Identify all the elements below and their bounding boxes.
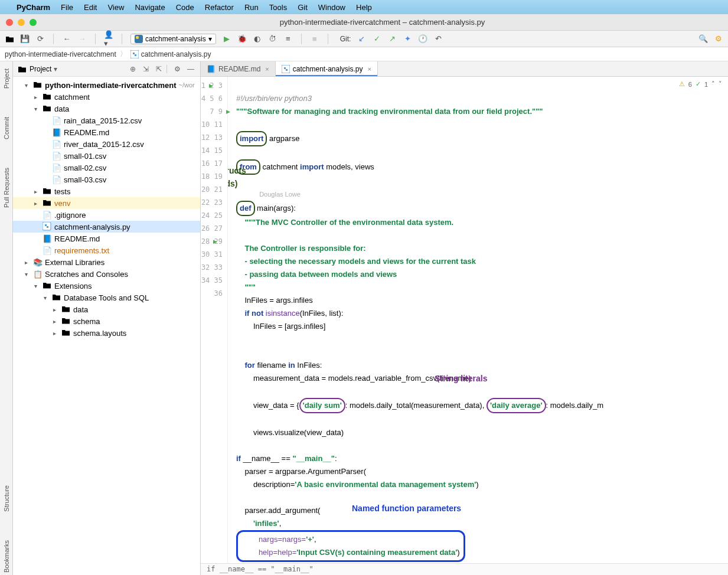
sync-icon[interactable]: ⟳ bbox=[35, 34, 45, 44]
debug-icon[interactable]: 🐞 bbox=[237, 34, 247, 44]
svg-rect-2 bbox=[136, 36, 139, 39]
line-gutter[interactable]: 1▶ 2 3 4 5 6 7 9▶ 10 11 12 13 14 15 16 1… bbox=[201, 77, 228, 563]
commit-tool-tab[interactable]: Commit bbox=[2, 115, 11, 142]
window-title: python-intermediate-rivercatchment – cat… bbox=[37, 18, 728, 27]
bookmarks-tool-tab[interactable]: Bookmarks bbox=[2, 538, 11, 575]
editor-tabs: 📘README.md× catchment-analysis.py× bbox=[201, 61, 728, 77]
git-update-icon[interactable]: ↙ bbox=[357, 34, 366, 44]
tree-external-libs[interactable]: ▸📚External Libraries bbox=[13, 256, 200, 268]
gear-icon[interactable]: ⚙ bbox=[174, 65, 182, 73]
tree-db-schema[interactable]: ▸schema bbox=[13, 315, 200, 327]
editor-area: 📘README.md× catchment-analysis.py× ⚠6 ✓1… bbox=[201, 61, 728, 575]
menu-file[interactable]: File bbox=[61, 3, 73, 12]
menu-git[interactable]: Git bbox=[298, 3, 308, 12]
menu-run[interactable]: Run bbox=[244, 3, 259, 12]
menu-navigate[interactable]: Navigate bbox=[135, 3, 165, 12]
maximize-window-button[interactable] bbox=[30, 19, 37, 26]
breadcrumb-bottom: if __name__ == "__main__" bbox=[201, 563, 728, 575]
menu-help[interactable]: Help bbox=[356, 3, 372, 12]
concurrency-icon[interactable]: ≡ bbox=[283, 34, 293, 44]
tree-file[interactable]: 📘README.md bbox=[13, 126, 200, 138]
code-content[interactable]: #!/usr/bin/env python3 """Software for m… bbox=[228, 77, 728, 563]
breadcrumb-file[interactable]: catchment-analysis.py bbox=[141, 50, 211, 58]
tree-folder-catchment[interactable]: ▸catchment bbox=[13, 91, 200, 103]
code-editor[interactable]: ⚠6 ✓1 ˄˅ 1▶ 2 3 4 5 6 7 9▶ 10 11 12 13 1… bbox=[201, 77, 728, 563]
save-icon[interactable]: 💾 bbox=[20, 34, 30, 44]
tree-folder-data[interactable]: ▾data bbox=[13, 103, 200, 115]
tab-analysis[interactable]: catchment-analysis.py× bbox=[276, 61, 378, 76]
menu-view[interactable]: View bbox=[107, 3, 124, 12]
close-window-button[interactable] bbox=[6, 19, 13, 26]
tree-file[interactable]: 📄river_data_2015-12.csv bbox=[13, 138, 200, 150]
breadcrumb-root[interactable]: python-intermediate-rivercatchment bbox=[5, 50, 116, 58]
tree-file[interactable]: 📄small-02.csv bbox=[13, 162, 200, 174]
tree-db-data[interactable]: ▸data bbox=[13, 303, 200, 315]
stop-icon[interactable]: ■ bbox=[310, 34, 319, 44]
back-icon[interactable]: ← bbox=[62, 34, 71, 44]
menu-code[interactable]: Code bbox=[176, 3, 194, 12]
git-commit-icon[interactable]: ✓ bbox=[372, 34, 381, 44]
close-tab-icon[interactable]: × bbox=[265, 66, 269, 73]
menu-refactor[interactable]: Refactor bbox=[205, 3, 234, 12]
project-icon bbox=[18, 65, 26, 73]
tree-folder-venv[interactable]: ▸venv bbox=[13, 197, 200, 209]
pull-requests-tool-tab[interactable]: Pull Requests bbox=[2, 165, 11, 210]
tree-scratches[interactable]: ▾📋Scratches and Consoles bbox=[13, 268, 200, 280]
tree-file[interactable]: 📄rain_data_2015-12.csv bbox=[13, 115, 200, 126]
tree-file[interactable]: 📄small-03.csv bbox=[13, 174, 200, 185]
app-menu[interactable]: PyCharm bbox=[17, 3, 50, 12]
tree-file-analysis[interactable]: catchment-analysis.py bbox=[13, 221, 200, 233]
chevron-down-icon: ▾ bbox=[208, 35, 212, 43]
search-icon[interactable]: 🔍 bbox=[698, 34, 708, 44]
breadcrumb-separator-icon: 〉 bbox=[120, 49, 127, 59]
select-opened-icon[interactable]: ⊕ bbox=[130, 65, 138, 73]
tree-folder-tests[interactable]: ▸tests bbox=[13, 185, 200, 197]
breadcrumb: python-intermediate-rivercatchment 〉 cat… bbox=[0, 47, 728, 61]
run-icon[interactable]: ▶ bbox=[222, 34, 231, 44]
annotation-named-params: Named function parameters bbox=[352, 502, 461, 515]
run-config-label: catchment-analysis bbox=[145, 35, 206, 43]
git-history-icon[interactable]: ✦ bbox=[403, 34, 412, 44]
tree-dbtools[interactable]: ▾Database Tools and SQL bbox=[13, 292, 200, 303]
tree-file[interactable]: 📄small-01.csv bbox=[13, 150, 200, 162]
git-push-icon[interactable]: ↗ bbox=[387, 34, 397, 44]
profile-icon[interactable]: ⏱ bbox=[268, 34, 278, 44]
menu-tools[interactable]: Tools bbox=[269, 3, 287, 12]
chevron-down-icon[interactable]: ▾ bbox=[54, 65, 57, 73]
minimize-window-button[interactable] bbox=[18, 19, 25, 26]
project-panel-title: Project bbox=[30, 65, 51, 73]
hide-icon[interactable]: — bbox=[187, 65, 195, 73]
project-panel: Project ▾ ⊕ ⇲ ⇱ ⚙ — ▾python-intermediate… bbox=[13, 61, 201, 575]
annotation-language-constructs: Language constructs(reserved words) bbox=[228, 164, 257, 190]
window-titlebar: python-intermediate-rivercatchment – cat… bbox=[0, 14, 728, 31]
git-rollback-icon[interactable]: ↶ bbox=[433, 34, 443, 44]
tree-file-readme[interactable]: 📘README.md bbox=[13, 233, 200, 244]
project-tree[interactable]: ▾python-intermediate-rivercatchment~/wor… bbox=[13, 77, 200, 575]
tree-db-layouts[interactable]: ▸schema.layouts bbox=[13, 327, 200, 339]
run-config-selector[interactable]: catchment-analysis ▾ bbox=[130, 34, 216, 44]
tree-root[interactable]: ▾python-intermediate-rivercatchment~/wor bbox=[13, 79, 200, 91]
structure-tool-tab[interactable]: Structure bbox=[2, 483, 11, 514]
tree-file-requirements[interactable]: 📄requirements.txt bbox=[13, 244, 200, 256]
collapse-all-icon[interactable]: ⇱ bbox=[156, 65, 164, 73]
tree-extensions[interactable]: ▾Extensions bbox=[13, 280, 200, 292]
macos-menubar: PyCharm File Edit View Navigate Code Ref… bbox=[0, 0, 728, 14]
tree-file-gitignore[interactable]: 📄.gitignore bbox=[13, 209, 200, 221]
settings-icon[interactable]: ⚙ bbox=[714, 34, 723, 44]
menu-edit[interactable]: Edit bbox=[84, 3, 97, 12]
close-tab-icon[interactable]: × bbox=[368, 66, 371, 73]
tab-readme[interactable]: 📘README.md× bbox=[201, 61, 276, 76]
python-file-icon bbox=[130, 50, 139, 58]
git-label: Git: bbox=[340, 35, 351, 43]
project-tool-tab[interactable]: Project bbox=[2, 66, 11, 91]
run-with-coverage-icon[interactable]: 👤▾ bbox=[104, 34, 113, 44]
menu-window[interactable]: Window bbox=[318, 3, 345, 12]
annotation-string-literals: String literals bbox=[435, 372, 487, 385]
expand-all-icon[interactable]: ⇲ bbox=[143, 65, 151, 73]
author-inlay: Douglas Lowe bbox=[259, 191, 301, 198]
git-clock-icon[interactable]: 🕐 bbox=[418, 34, 427, 44]
svg-rect-1 bbox=[135, 35, 143, 43]
forward-icon[interactable]: → bbox=[77, 34, 87, 44]
coverage-icon[interactable]: ◐ bbox=[253, 34, 262, 44]
open-icon[interactable] bbox=[5, 34, 14, 44]
